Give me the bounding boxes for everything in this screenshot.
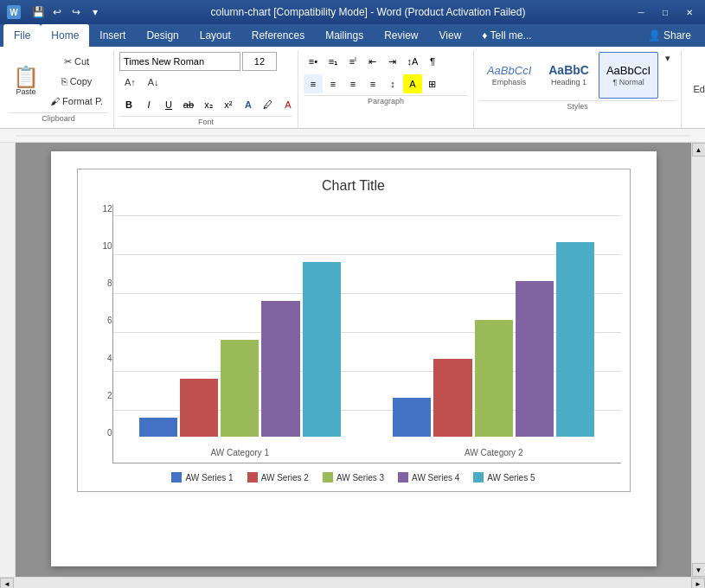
restore-button[interactable]: □ <box>657 5 674 19</box>
bar-cat1-series2 <box>180 379 218 438</box>
scroll-up-button[interactable]: ▲ <box>692 143 706 157</box>
chart-area: 12 10 8 6 4 2 0 <box>87 204 621 463</box>
bar-cat1-series1 <box>139 418 177 438</box>
menu-insert[interactable]: Insert <box>89 24 136 47</box>
sort-button[interactable]: ↕A <box>403 52 422 71</box>
menu-design[interactable]: Design <box>136 24 189 47</box>
undo-button[interactable]: ↩ <box>48 3 66 21</box>
numbering-button[interactable]: ≡₁ <box>324 52 343 71</box>
customize-qat-button[interactable]: ▾ <box>87 3 104 21</box>
scroll-left-button[interactable]: ◄ <box>0 578 14 589</box>
menu-layout[interactable]: Layout <box>189 24 241 47</box>
strikethrough-button[interactable]: ab <box>179 95 198 114</box>
window-controls: ─ □ ✕ <box>632 5 698 19</box>
subscript-button[interactable]: x₂ <box>199 95 218 114</box>
legend-series1: AW Series 1 <box>171 472 233 483</box>
window-title: column-chart [Compatibility Mode] - Word… <box>104 6 632 18</box>
highlight-color-button[interactable]: 🖊 <box>259 95 278 114</box>
category-1-bars <box>139 262 342 438</box>
multilevel-list-button[interactable]: ≡ˡ <box>343 52 362 71</box>
style-emphasis-button[interactable]: AaBbCcI Emphasis <box>479 52 539 99</box>
style-emphasis-label: Emphasis <box>492 78 527 86</box>
vertical-scrollbar: ▲ ▼ <box>691 143 705 577</box>
y-label-12: 12 <box>102 204 112 214</box>
editing-label: Editing <box>693 84 705 94</box>
menu-file[interactable]: File <box>3 24 41 47</box>
font-section: A↑ A↓ B I U ab x₂ x² A 🖊 A Font <box>114 50 298 128</box>
editing-panel: Editing <box>682 50 705 128</box>
bar-cat2-series4 <box>516 281 554 437</box>
bullets-button[interactable]: ≡• <box>304 52 323 71</box>
redo-button[interactable]: ↪ <box>67 3 85 21</box>
align-left-button[interactable]: ≡ <box>304 74 323 93</box>
clipboard-label: Clipboard <box>9 112 108 123</box>
decrease-font-button[interactable]: A↓ <box>143 73 164 92</box>
menu-review[interactable]: Review <box>374 24 428 47</box>
font-size-input[interactable] <box>242 52 277 71</box>
line-spacing-button[interactable]: ↕ <box>383 74 402 93</box>
font-label: Font <box>119 116 292 126</box>
increase-indent-button[interactable]: ⇥ <box>383 52 402 71</box>
text-effects-button[interactable]: A <box>239 95 258 114</box>
paste-button[interactable]: 📋 Paste <box>9 56 43 106</box>
font-color-button[interactable]: A <box>279 95 298 114</box>
justify-button[interactable]: ≡ <box>363 74 382 93</box>
main-area: Chart Title 12 10 8 6 4 2 0 <box>0 143 705 577</box>
h-scroll-track[interactable] <box>14 578 691 588</box>
style-normal-preview: AaBbCcI <box>606 65 651 76</box>
document-area[interactable]: Chart Title 12 10 8 6 4 2 0 <box>16 143 691 577</box>
legend-series5: AW Series 5 <box>473 472 535 483</box>
menu-view[interactable]: View <box>429 24 472 47</box>
paragraph-label: Paragraph <box>304 95 468 105</box>
format-painter-button[interactable]: 🖌 Format P. <box>45 92 108 111</box>
show-hide-button[interactable]: ¶ <box>423 52 442 71</box>
cut-button[interactable]: ✂ Cut <box>45 52 108 71</box>
scroll-track[interactable] <box>692 157 705 563</box>
borders-button[interactable]: ⊞ <box>423 74 442 93</box>
style-normal-button[interactable]: AaBbCcI ¶ Normal <box>599 52 658 99</box>
minimize-button[interactable]: ─ <box>632 5 650 19</box>
scroll-right-button[interactable]: ► <box>691 578 705 589</box>
legend-color-series1 <box>171 472 182 483</box>
legend-label-series2: AW Series 2 <box>261 473 309 483</box>
copy-button[interactable]: ⎘ Copy <box>45 72 108 91</box>
style-heading1-button[interactable]: AaBbC Heading 1 <box>541 52 597 99</box>
menu-mailings[interactable]: Mailings <box>315 24 374 47</box>
title-bar: W 💾 ↩ ↪ ▾ column-chart [Compatibility Mo… <box>0 0 705 24</box>
y-label-10: 10 <box>102 241 112 251</box>
close-button[interactable]: ✕ <box>681 5 698 19</box>
align-right-button[interactable]: ≡ <box>343 74 362 93</box>
legend-color-series4 <box>398 472 408 483</box>
menu-tell-me[interactable]: ♦ Tell me... <box>471 24 637 47</box>
font-family-input[interactable] <box>119 52 240 71</box>
superscript-button[interactable]: x² <box>219 95 238 114</box>
legend-series3: AW Series 3 <box>323 472 384 483</box>
clipboard-section: 📋 Paste ✂ Cut ⎘ Copy 🖌 Format P. Clipboa… <box>3 50 114 128</box>
menu-references[interactable]: References <box>241 24 315 47</box>
bold-button[interactable]: B <box>119 95 138 114</box>
bar-cat1-series3 <box>221 340 259 438</box>
legend-label-series1: AW Series 1 <box>185 473 233 483</box>
ribbon-row2: 📋 Paste ✂ Cut ⎘ Copy 🖌 Format P. Clipboa… <box>3 50 702 128</box>
bars-wrapper <box>113 204 621 437</box>
legend-color-series3 <box>323 472 333 483</box>
scroll-down-button[interactable]: ▼ <box>692 563 706 577</box>
category-2-bars <box>393 242 595 437</box>
shading-button[interactable]: A <box>403 74 422 93</box>
styles-more-button[interactable]: ▾ <box>660 52 676 65</box>
underline-button[interactable]: U <box>159 95 178 114</box>
decrease-indent-button[interactable]: ⇤ <box>363 52 382 71</box>
share-button[interactable]: 👤 Share <box>638 24 702 47</box>
ruler-svg <box>16 129 691 143</box>
italic-button[interactable]: I <box>139 95 158 114</box>
save-button[interactable]: 💾 <box>29 3 47 21</box>
menu-home[interactable]: Home <box>41 24 89 47</box>
bar-cat1-series4 <box>261 301 299 438</box>
legend-series4: AW Series 4 <box>398 472 459 483</box>
page: Chart Title 12 10 8 6 4 2 0 <box>51 151 657 566</box>
align-center-button[interactable]: ≡ <box>324 74 343 93</box>
legend-series2: AW Series 2 <box>247 472 309 483</box>
increase-font-button[interactable]: A↑ <box>119 73 141 92</box>
legend-label-series3: AW Series 3 <box>336 473 384 483</box>
styles-panel: AaBbCcI Emphasis AaBbC Heading 1 AaBbCcI… <box>479 52 676 99</box>
